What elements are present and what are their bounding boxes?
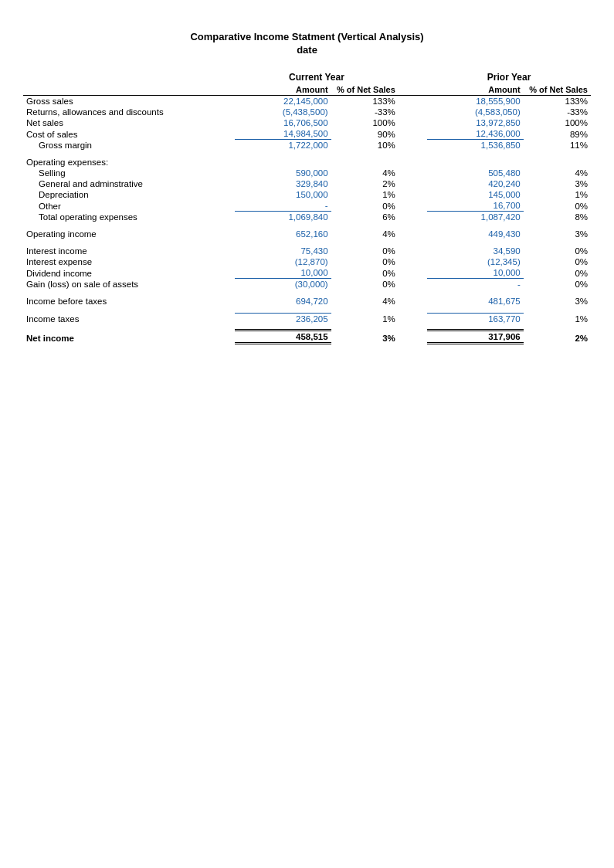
py-pct: 3% [524, 229, 591, 239]
cy-amount-header: Amount [235, 84, 331, 96]
page-title: Comparative Income Statment (Vertical An… [23, 31, 591, 42]
row-label: Gross margin [23, 140, 235, 151]
py-pct: 4% [524, 168, 591, 178]
py-amount: 1,536,850 [427, 140, 524, 151]
cy-amount [235, 157, 331, 168]
row-label: Dividend income [23, 267, 235, 279]
cy-amount: 1,722,000 [235, 140, 331, 151]
cy-amount: 22,145,000 [235, 96, 331, 107]
cy-pct: 1% [331, 189, 399, 200]
cy-pct: 2% [331, 178, 399, 189]
row-label: Depreciation [23, 189, 235, 200]
cy-amount: 236,205 [235, 313, 331, 324]
table-row: Total operating expenses 1,069,840 6% 1,… [23, 212, 591, 223]
py-pct-header: % of Net Sales [524, 84, 591, 96]
row-label: Selling [23, 168, 235, 178]
table-row: Selling 590,000 4% 505,480 4% [23, 168, 591, 178]
cy-amount: 16,706,500 [235, 117, 331, 128]
py-pct: 11% [524, 140, 591, 151]
spacer-row [23, 307, 591, 313]
row-label: Operating expenses: [23, 157, 235, 168]
cy-pct: 0% [331, 246, 399, 256]
py-amount: 1,087,420 [427, 212, 524, 223]
py-pct: 3% [524, 178, 591, 189]
page-subtitle: date [23, 44, 591, 56]
py-amount: (12,345) [427, 256, 524, 267]
py-pct: 0% [524, 267, 591, 279]
row-label: Other [23, 200, 235, 212]
cy-pct: 10% [331, 140, 399, 151]
cy-amount: 652,160 [235, 229, 331, 239]
table-row: Income before taxes 694,720 4% 481,675 3… [23, 296, 591, 307]
cy-pct: 0% [331, 279, 399, 290]
py-amount: 13,972,850 [427, 117, 524, 128]
row-label: Income before taxes [23, 296, 235, 307]
py-pct: 1% [524, 189, 591, 200]
cy-amount: 694,720 [235, 296, 331, 307]
table-row: Operating income 652,160 4% 449,430 3% [23, 229, 591, 239]
py-amount-header: Amount [427, 84, 524, 96]
table-row: Operating expenses: [23, 157, 591, 168]
row-label: Income taxes [23, 313, 235, 324]
cy-amount: (12,870) [235, 256, 331, 267]
py-pct: 89% [524, 128, 591, 140]
cy-amount: 10,000 [235, 267, 331, 279]
py-amount: 449,430 [427, 229, 524, 239]
spacer-row [23, 239, 591, 246]
table-row: Interest expense (12,870) 0% (12,345) 0% [23, 256, 591, 267]
cy-amount: (30,000) [235, 279, 331, 290]
cy-pct: 0% [331, 200, 399, 212]
cy-pct [331, 157, 399, 168]
row-label: Interest expense [23, 256, 235, 267]
cy-amount: 329,840 [235, 178, 331, 189]
py-pct [524, 157, 591, 168]
py-pct: 0% [524, 200, 591, 212]
py-amount: 163,770 [427, 313, 524, 324]
py-amount: 12,436,000 [427, 128, 524, 140]
py-pct: 3% [524, 296, 591, 307]
cy-pct: 4% [331, 296, 399, 307]
table-row: Net income 458,515 3% 317,906 2% [23, 331, 591, 344]
row-label: Net sales [23, 117, 235, 128]
income-statement-table: Current Year Prior Year Amount % of Net … [23, 71, 591, 344]
cy-pct: 6% [331, 212, 399, 223]
py-amount: 505,480 [427, 168, 524, 178]
spacer-row [23, 290, 591, 296]
py-amount: 10,000 [427, 267, 524, 279]
py-amount: 34,590 [427, 246, 524, 256]
py-amount: - [427, 279, 524, 290]
cy-pct: 90% [331, 128, 399, 140]
row-label: Cost of sales [23, 128, 235, 140]
cy-amount: 14,984,500 [235, 128, 331, 140]
row-label: Interest income [23, 246, 235, 256]
py-pct: 133% [524, 96, 591, 107]
py-pct: 0% [524, 246, 591, 256]
py-pct: -33% [524, 107, 591, 117]
cy-amount: 1,069,840 [235, 212, 331, 223]
table-row: Gain (loss) on sale of assets (30,000) 0… [23, 279, 591, 290]
py-amount: 317,906 [427, 331, 524, 344]
py-pct: 0% [524, 279, 591, 290]
spacer-row [23, 222, 591, 229]
table-row: Gross margin 1,722,000 10% 1,536,850 11% [23, 140, 591, 151]
py-pct: 0% [524, 256, 591, 267]
py-pct: 1% [524, 313, 591, 324]
spacer-row [23, 324, 591, 331]
cy-pct: 4% [331, 168, 399, 178]
table-row: General and adminstrative 329,840 2% 420… [23, 178, 591, 189]
table-row: Other - 0% 16,700 0% [23, 200, 591, 212]
cy-amount: 458,515 [235, 331, 331, 344]
table-row: Dividend income 10,000 0% 10,000 0% [23, 267, 591, 279]
py-amount: (4,583,050) [427, 107, 524, 117]
cy-pct-header: % of Net Sales [331, 84, 399, 96]
py-pct: 8% [524, 212, 591, 223]
cy-pct: 0% [331, 256, 399, 267]
cy-pct: 100% [331, 117, 399, 128]
cy-amount: 150,000 [235, 189, 331, 200]
py-amount [427, 157, 524, 168]
table-row: Net sales 16,706,500 100% 13,972,850 100… [23, 117, 591, 128]
py-amount: 18,555,900 [427, 96, 524, 107]
table-row: Returns, allowances and discounts (5,438… [23, 107, 591, 117]
prior-year-header: Prior Year [427, 71, 591, 84]
cy-amount: 590,000 [235, 168, 331, 178]
